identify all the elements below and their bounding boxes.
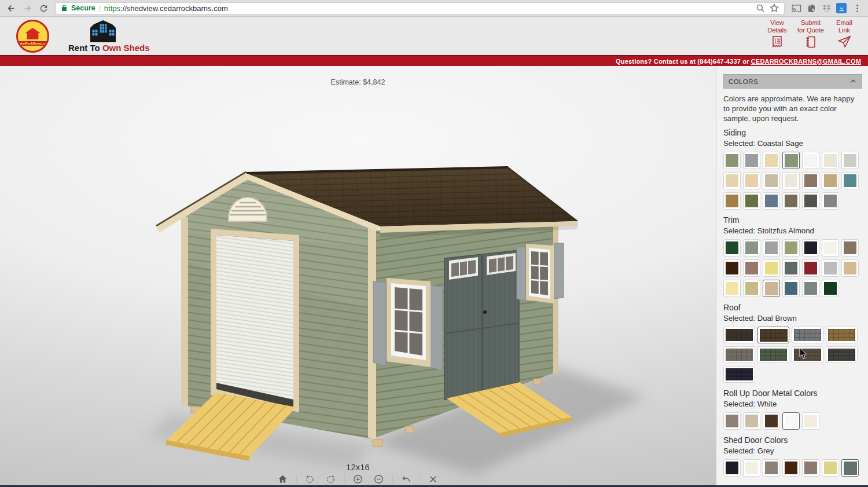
color-swatch[interactable] [723, 280, 741, 297]
color-swatch[interactable] [763, 239, 780, 257]
refresh-icon[interactable] [37, 2, 50, 14]
rent-to-own-logo[interactable]: Rent To Own Sheds [68, 20, 138, 52]
back-icon[interactable] [5, 2, 17, 14]
color-swatch[interactable] [743, 152, 760, 169]
color-swatch[interactable] [826, 346, 858, 363]
color-swatch[interactable] [782, 172, 800, 189]
undo-icon [400, 474, 411, 485]
address-separator: | [99, 4, 101, 12]
rotate-cw-button[interactable] [325, 473, 337, 485]
color-swatch[interactable] [763, 192, 780, 210]
dropbox-extension-icon[interactable] [821, 2, 832, 14]
section-title: Siding [723, 128, 862, 137]
cast-icon[interactable] [790, 2, 802, 14]
color-swatch[interactable] [743, 192, 760, 210]
color-swatch[interactable] [822, 280, 839, 297]
evernote-extension-icon[interactable] [806, 2, 817, 14]
color-swatch[interactable] [763, 172, 780, 189]
toolbar-separator [420, 474, 420, 484]
color-swatch[interactable] [822, 459, 839, 477]
submit-for-quote-button[interactable]: Submit for Quote [797, 19, 824, 49]
color-swatch[interactable] [723, 152, 741, 169]
colors-panel-header[interactable]: COLORS [723, 74, 862, 89]
color-swatch[interactable] [782, 459, 800, 477]
color-swatch[interactable] [802, 152, 819, 169]
color-swatch[interactable] [782, 280, 800, 297]
zoom-in-button[interactable] [352, 473, 365, 485]
color-swatch[interactable] [802, 192, 819, 210]
rent-to-own-logo-text: Rent To Own Sheds [68, 43, 138, 52]
color-swatch[interactable] [763, 412, 780, 430]
color-swatch[interactable] [757, 327, 789, 343]
color-swatch[interactable] [792, 346, 823, 363]
color-chip [726, 262, 738, 274]
color-swatch[interactable] [802, 259, 819, 277]
color-swatch[interactable] [743, 459, 760, 477]
color-swatch[interactable] [782, 259, 800, 277]
bookmark-star-icon[interactable] [769, 3, 779, 13]
color-swatch[interactable] [723, 346, 755, 363]
color-swatch[interactable] [841, 152, 859, 169]
color-swatch[interactable] [723, 366, 755, 383]
color-swatch[interactable] [743, 239, 760, 257]
color-swatch[interactable] [743, 172, 760, 189]
color-swatch[interactable] [802, 459, 819, 477]
color-swatch[interactable] [743, 280, 760, 297]
color-swatch[interactable] [802, 280, 819, 297]
color-swatch[interactable] [822, 152, 839, 169]
color-swatch[interactable] [841, 172, 859, 189]
undo-button[interactable] [400, 473, 413, 485]
close-button[interactable] [427, 473, 440, 485]
color-swatch[interactable] [743, 412, 760, 430]
banner-email-link[interactable]: CEDARROCKBARNS@GMAIL.COM [751, 58, 861, 65]
color-swatch[interactable] [763, 152, 780, 169]
email-link-button[interactable]: Email Link [831, 19, 858, 49]
zoom-out-button[interactable] [373, 473, 385, 485]
color-swatch[interactable] [802, 239, 819, 257]
color-chip [785, 174, 797, 187]
color-swatch[interactable] [723, 327, 755, 343]
color-swatch[interactable] [763, 259, 780, 277]
color-swatch[interactable] [723, 192, 741, 210]
color-swatch[interactable] [822, 259, 839, 277]
color-swatch[interactable] [782, 192, 800, 210]
color-swatch[interactable] [757, 346, 789, 363]
color-swatch[interactable] [822, 192, 839, 210]
rotate-ccw-button[interactable] [304, 473, 317, 485]
color-swatch[interactable] [826, 327, 858, 343]
color-swatch[interactable] [841, 459, 859, 477]
shed-3d-render[interactable] [0, 66, 716, 487]
color-swatch[interactable] [723, 239, 741, 257]
color-swatch[interactable] [782, 152, 800, 169]
color-swatch[interactable] [723, 412, 741, 430]
color-swatch[interactable] [763, 280, 780, 297]
forward-icon[interactable] [21, 2, 34, 14]
color-swatch[interactable] [792, 327, 823, 343]
chrome-menu-icon[interactable] [851, 2, 863, 14]
downloader-extension-icon[interactable] [836, 2, 847, 14]
color-swatch[interactable] [723, 459, 741, 477]
view-details-button[interactable]: View Details [764, 19, 790, 49]
search-icon[interactable] [755, 3, 766, 13]
section-sheddoor: Shed Door ColorsSelected: Grey [723, 435, 862, 477]
shed-size-label: 12x16 [0, 462, 716, 472]
shed-3d-viewer[interactable]: Estimate: $4,842 [0, 66, 716, 487]
color-chip [844, 174, 856, 187]
url-text[interactable]: https://shedview.cedarrockbarns.com [104, 4, 752, 13]
color-swatch[interactable] [723, 259, 741, 277]
color-swatch[interactable] [782, 239, 800, 257]
color-swatch[interactable] [841, 239, 859, 257]
color-swatch[interactable] [822, 172, 839, 189]
cedarrock-logo[interactable]: CedarRockBarns.com [16, 20, 49, 53]
home-button[interactable] [277, 473, 289, 485]
color-swatch[interactable] [802, 412, 819, 430]
color-swatch[interactable] [763, 459, 780, 477]
color-swatch[interactable] [723, 172, 741, 189]
color-swatch[interactable] [841, 259, 859, 277]
color-swatch[interactable] [822, 239, 839, 257]
address-bar[interactable]: Secure | https://shedview.cedarrockbarns… [56, 2, 785, 14]
color-swatch[interactable] [782, 412, 800, 430]
color-swatch[interactable] [802, 172, 819, 189]
color-chip [824, 195, 837, 207]
color-swatch[interactable] [743, 259, 760, 277]
